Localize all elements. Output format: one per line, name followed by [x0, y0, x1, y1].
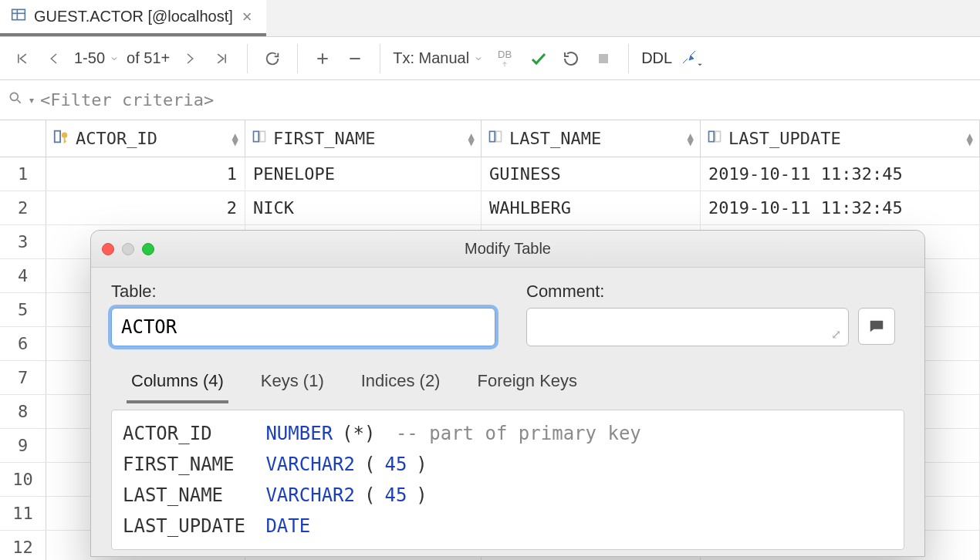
separator — [628, 44, 629, 73]
close-icon[interactable]: × — [241, 8, 254, 25]
modify-table-dialog: Modify Table Table: Comment: ⤢ — [90, 230, 925, 557]
svg-rect-12 — [715, 131, 721, 141]
tab-keys[interactable]: Keys (1) — [256, 366, 329, 403]
column-name: LAST_NAME — [509, 129, 601, 148]
chevron-down-icon — [474, 54, 483, 63]
svg-rect-3 — [599, 54, 608, 63]
column-name: LAST_UPDATE — [728, 129, 841, 148]
row-number: 7 — [0, 361, 46, 394]
svg-point-4 — [10, 93, 18, 100]
separator — [247, 44, 248, 73]
remove-row-button[interactable] — [340, 43, 370, 74]
dialog-tabs: Columns (4) Keys (1) Indices (2) Foreign… — [111, 357, 904, 403]
row-number: 1 — [0, 157, 46, 191]
search-icon[interactable] — [8, 90, 23, 110]
page-total-label: of 51+ — [123, 49, 173, 67]
gutter-header — [0, 120, 46, 157]
cell-last-update[interactable]: 2019-10-11 11:32:45 — [701, 157, 980, 191]
row-number: 6 — [0, 327, 46, 360]
last-page-button[interactable] — [207, 43, 238, 74]
reload-button[interactable] — [257, 43, 288, 74]
cell-actor-id[interactable]: 2 — [46, 191, 245, 224]
editor-tab[interactable]: GUEST.ACTOR [@localhost] × — [0, 0, 266, 36]
tab-columns[interactable]: Columns (4) — [127, 366, 228, 403]
sort-icon: ▲▼ — [468, 133, 475, 145]
chevron-down-icon — [110, 54, 119, 63]
separator — [297, 44, 298, 73]
table-row[interactable]: 11PENELOPEGUINESS2019-10-11 11:32:45 — [0, 157, 980, 191]
tab-foreign-keys[interactable]: Foreign Keys — [472, 366, 582, 403]
svg-rect-8 — [260, 131, 265, 141]
page-range-dropdown[interactable]: 1-50 — [71, 49, 122, 67]
row-number: 12 — [0, 531, 46, 560]
cell-actor-id[interactable]: 1 — [46, 157, 245, 191]
cell-last-name[interactable]: WAHLBERG — [482, 191, 701, 224]
svg-rect-5 — [55, 131, 60, 143]
cell-first-name[interactable]: NICK — [245, 191, 482, 224]
commit-button[interactable] — [523, 43, 554, 74]
row-number: 10 — [0, 463, 46, 496]
column-header-actor-id[interactable]: ACTOR_ID ▲▼ — [46, 120, 245, 157]
editor-tabbar: GUEST.ACTOR [@localhost] × — [0, 0, 980, 37]
column-header-last-name[interactable]: LAST_NAME ▲▼ — [482, 120, 701, 157]
svg-rect-10 — [496, 131, 502, 141]
comment-input[interactable] — [526, 308, 849, 346]
dialog-titlebar[interactable]: Modify Table — [91, 231, 924, 268]
column-definition[interactable]: LAST_UPDATE DATE — [123, 511, 893, 541]
row-number: 5 — [0, 293, 46, 326]
cell-first-name[interactable]: PENELOPE — [245, 157, 482, 191]
page-range-label: 1-50 — [74, 49, 105, 67]
column-icon — [488, 129, 503, 148]
row-number: 4 — [0, 259, 46, 292]
svg-point-6 — [62, 133, 67, 138]
stop-button[interactable] — [588, 43, 619, 74]
filter-bar: ▾ <Filter criteria> — [0, 80, 980, 120]
rollback-button[interactable] — [556, 43, 586, 74]
column-definition[interactable]: FIRST_NAME VARCHAR2(45) — [123, 449, 893, 480]
column-icon — [252, 129, 267, 148]
row-number: 9 — [0, 429, 46, 462]
column-definition[interactable]: LAST_NAME VARCHAR2(45) — [123, 480, 893, 511]
add-row-button[interactable] — [307, 43, 338, 74]
table-name-label: Table: — [111, 282, 495, 302]
show-comment-button[interactable] — [858, 308, 895, 345]
first-page-button[interactable] — [6, 43, 37, 74]
grid-header: ACTOR_ID ▲▼ FIRST_NAME ▲▼ LAST_NAME ▲▼ L… — [0, 120, 980, 157]
svg-rect-0 — [12, 9, 25, 19]
columns-panel[interactable]: ACTOR_ID NUMBER(*) -- part of primary ke… — [111, 410, 904, 550]
tx-mode-dropdown[interactable]: Tx: Manual — [390, 49, 486, 67]
table-name-input[interactable] — [111, 308, 495, 346]
tab-title: GUEST.ACTOR [@localhost] — [34, 8, 233, 25]
column-definition[interactable]: ACTOR_ID NUMBER(*) -- part of primary ke… — [123, 418, 893, 449]
expand-icon: ⤢ — [831, 327, 841, 342]
submit-db-button[interactable]: DB — [488, 43, 522, 74]
svg-rect-9 — [490, 131, 495, 141]
next-page-button[interactable] — [174, 43, 205, 74]
column-header-first-name[interactable]: FIRST_NAME ▲▼ — [245, 120, 482, 157]
prev-page-button[interactable] — [39, 43, 69, 74]
column-header-last-update[interactable]: LAST_UPDATE ▲▼ — [701, 120, 980, 157]
row-number: 11 — [0, 497, 46, 530]
table-icon — [11, 7, 26, 26]
chevron-down-icon[interactable]: ▾ — [29, 95, 34, 106]
tx-mode-label: Tx: Manual — [393, 49, 469, 67]
comment-label: Comment: — [526, 282, 895, 302]
svg-rect-7 — [254, 131, 259, 141]
sort-icon: ▲▼ — [967, 133, 973, 145]
table-row[interactable]: 22NICKWAHLBERG2019-10-11 11:32:45 — [0, 191, 980, 225]
row-number: 2 — [0, 191, 46, 224]
dialog-title: Modify Table — [91, 240, 924, 258]
svg-rect-11 — [709, 131, 715, 141]
column-name: FIRST_NAME — [273, 129, 375, 148]
cell-last-update[interactable]: 2019-10-11 11:32:45 — [701, 191, 980, 224]
tab-indices[interactable]: Indices (2) — [357, 366, 445, 403]
settings-view-button[interactable] — [677, 43, 708, 74]
data-toolbar: 1-50 of 51+ Tx: Manual DB DDL — [0, 37, 980, 80]
column-name: ACTOR_ID — [76, 129, 157, 148]
separator — [380, 44, 380, 73]
filter-input[interactable]: <Filter criteria> — [40, 90, 214, 110]
key-column-icon — [52, 128, 69, 149]
cell-last-name[interactable]: GUINESS — [482, 157, 701, 191]
row-number: 8 — [0, 395, 46, 428]
ddl-button[interactable]: DDL — [638, 49, 675, 67]
